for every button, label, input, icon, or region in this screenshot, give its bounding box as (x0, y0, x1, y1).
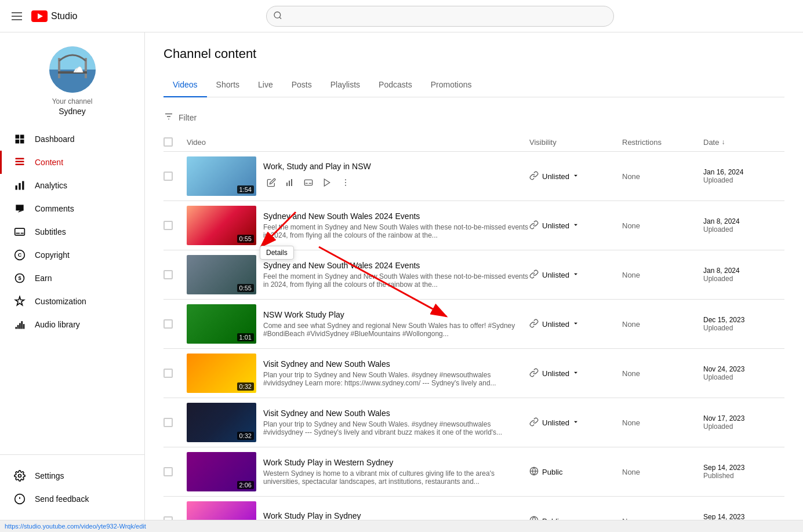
filter-label[interactable]: Filter (179, 113, 197, 122)
visibility-cell[interactable]: Unlisted (529, 171, 622, 182)
visibility-label[interactable]: Unlisted (542, 418, 580, 428)
video-duration: 0:55 (237, 284, 254, 292)
visibility-cell[interactable]: Unlisted (529, 368, 622, 379)
row-checkbox-wrap[interactable] (163, 221, 187, 230)
visibility-label[interactable]: Public (542, 468, 562, 476)
video-title[interactable]: Sydney and New South Wales 2024 Events (263, 261, 529, 270)
visibility-icon (529, 319, 539, 330)
visibility-label[interactable]: Unlisted (542, 319, 580, 329)
svg-point-45 (345, 179, 346, 180)
row-checkbox[interactable] (163, 221, 173, 230)
more-options-button[interactable] (337, 174, 354, 191)
video-description: Feel the moment in Sydney and New South … (263, 223, 529, 239)
view-button[interactable] (319, 174, 335, 191)
visibility-cell[interactable]: Unlisted (529, 417, 622, 428)
tab-podcasts[interactable]: Podcasts (369, 73, 422, 97)
video-title[interactable]: NSW Work Study Play (263, 310, 529, 319)
sidebar-item-earn[interactable]: $ Earn (0, 267, 144, 290)
video-title[interactable]: Work, Study and Play in NSW (263, 162, 529, 171)
thumbnail-wrap[interactable] (187, 501, 256, 520)
sidebar-item-copyright[interactable]: C Copyright (0, 243, 144, 267)
restrictions-cell: None (622, 468, 703, 476)
video-cell: 0:55 Sydney and New South Wales 2024 Eve… (187, 206, 529, 245)
svg-rect-13 (16, 158, 24, 160)
tab-posts[interactable]: Posts (282, 73, 321, 97)
svg-rect-30 (23, 324, 25, 329)
visibility-cell[interactable]: Unlisted (529, 319, 622, 330)
tab-live[interactable]: Live (249, 73, 282, 97)
visibility-label[interactable]: Unlisted (542, 270, 580, 280)
visibility-cell[interactable]: Unlisted (529, 269, 622, 280)
sidebar-item-dashboard[interactable]: Dashboard (0, 127, 144, 151)
tab-playlists[interactable]: Playlists (321, 73, 369, 97)
sidebar-item-settings[interactable]: Settings (0, 464, 144, 487)
tab-shorts[interactable]: Shorts (207, 73, 249, 97)
visibility-dropdown-icon (572, 172, 580, 181)
tabs: Videos Shorts Live Posts Playlists Podca… (163, 73, 784, 97)
video-title[interactable]: Work Study Play in Sydney (263, 511, 529, 520)
visibility-label[interactable]: Unlisted (542, 221, 580, 231)
row-checkbox[interactable] (163, 369, 173, 378)
svg-rect-20 (16, 233, 20, 234)
video-duration: 0:32 (237, 382, 254, 391)
date-value: Jan 16, 2024 (703, 168, 784, 176)
thumbnail-wrap[interactable]: 1:01 (187, 304, 256, 344)
sidebar-item-comments[interactable]: Comments (0, 197, 144, 220)
row-checkbox-wrap[interactable] (163, 172, 187, 181)
thumbnail-wrap[interactable]: 0:32 (187, 354, 256, 393)
svg-rect-27 (17, 325, 19, 329)
thumbnail-wrap[interactable]: 1:54 (187, 156, 256, 196)
sidebar-item-customization[interactable]: Customization (0, 290, 144, 313)
row-checkbox-wrap[interactable] (163, 516, 187, 520)
visibility-cell[interactable]: Public (529, 516, 622, 520)
date-value: Dec 15, 2023 (703, 316, 784, 324)
video-title[interactable]: Sydney and New South Wales 2024 Events (263, 212, 529, 221)
row-checkbox[interactable] (163, 516, 173, 520)
tab-promotions[interactable]: Promotions (422, 73, 481, 97)
row-checkbox[interactable] (163, 270, 173, 279)
thumbnail-wrap[interactable]: 2:06 (187, 452, 256, 491)
row-checkbox-wrap[interactable] (163, 369, 187, 378)
row-checkbox[interactable] (163, 172, 173, 181)
thumbnail-wrap[interactable]: 0:55 (187, 255, 256, 294)
sidebar-item-send-feedback[interactable]: Send feedback (0, 487, 144, 511)
sidebar-item-content[interactable]: Content (0, 151, 144, 174)
svg-rect-41 (304, 180, 312, 185)
video-title[interactable]: Visit Sydney and New South Wales (263, 409, 529, 418)
video-duration: 2:06 (237, 481, 254, 489)
thumbnail-wrap[interactable]: 0:32 (187, 403, 256, 442)
avatar[interactable] (49, 46, 96, 93)
visibility-cell[interactable]: Unlisted (529, 220, 622, 231)
analytics-button[interactable] (282, 174, 298, 191)
row-checkbox-wrap[interactable] (163, 467, 187, 476)
video-title[interactable]: Visit Sydney and New South Wales (263, 359, 529, 369)
topbar-left: Studio (9, 10, 77, 23)
sidebar-item-subtitles[interactable]: Subtitles (0, 220, 144, 243)
row-checkbox-wrap[interactable] (163, 418, 187, 427)
menu-button[interactable] (9, 10, 24, 23)
row-checkbox[interactable] (163, 418, 173, 427)
video-cell: 0:32 Visit Sydney and New South Wales Pl… (187, 354, 529, 393)
edit-button[interactable] (263, 174, 279, 191)
search-icon (273, 10, 282, 21)
sidebar-item-analytics[interactable]: Analytics (0, 174, 144, 197)
visibility-label[interactable]: Unlisted (542, 172, 580, 181)
tab-videos[interactable]: Videos (163, 73, 207, 97)
date-status: Uploaded (703, 225, 784, 234)
visibility-label[interactable]: Public (542, 517, 562, 520)
video-title[interactable]: Work Study Play in Western Sydney (263, 458, 529, 467)
sidebar-item-audio-library[interactable]: Audio library (0, 313, 144, 336)
video-info: Visit Sydney and New South Wales Plan yo… (263, 409, 529, 436)
row-checkbox-wrap[interactable] (163, 319, 187, 329)
row-checkbox-wrap[interactable] (163, 270, 187, 279)
visibility-cell[interactable]: Public (529, 467, 622, 478)
thumbnail-wrap[interactable]: 0:55 (187, 206, 256, 245)
row-checkbox[interactable] (163, 319, 173, 329)
date-value: Jan 8, 2024 (703, 267, 784, 275)
search-input[interactable] (266, 6, 614, 27)
visibility-dropdown-icon (572, 270, 580, 280)
subtitles-button[interactable] (300, 174, 317, 191)
select-all-checkbox[interactable] (163, 137, 187, 147)
visibility-label[interactable]: Unlisted (542, 369, 580, 378)
row-checkbox[interactable] (163, 467, 173, 476)
